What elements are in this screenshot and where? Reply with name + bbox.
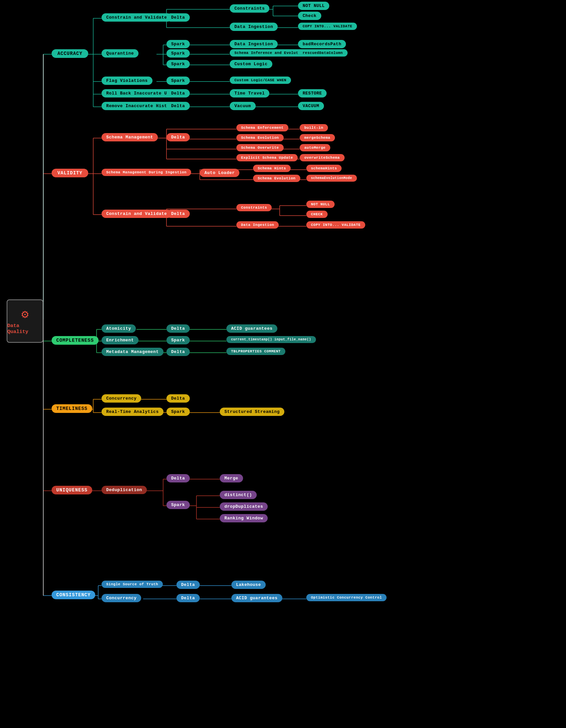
cat-uniqueness: UNIQUENESS xyxy=(52,486,92,494)
spark-uniq1: Spark xyxy=(166,501,190,509)
check-val: CHECK xyxy=(306,211,328,218)
auto-loader-val: Auto Loader xyxy=(200,169,239,177)
distinct-uniq: distinct() xyxy=(220,491,257,499)
cat-completeness: COMPLETENESS xyxy=(52,336,98,345)
atomicity-comp: Atomicity xyxy=(101,324,136,333)
schema-evo2-val: Schema Evolution xyxy=(253,175,300,182)
rescued-acc: rescuedDataColumn xyxy=(298,49,348,57)
dq-title: Data Quality xyxy=(7,323,43,335)
data-ingestion-acc2: Data Ingestion xyxy=(230,40,278,48)
concurrency-tim: Concurrency xyxy=(101,394,141,403)
delta-con2: Delta xyxy=(176,594,200,602)
acid-comp: ACID guarantees xyxy=(226,324,277,333)
spark-acc3: Spark xyxy=(166,60,190,68)
opt-concurrency-con: Optimistic Concurrency Control xyxy=(306,594,387,601)
cat-validity: VALIDITY xyxy=(52,169,88,177)
schema-enf-val: Schema Enforcement xyxy=(236,124,288,131)
timestamp-comp: current_timestamp() input_file_name() xyxy=(226,336,316,343)
constrain-validate-val: Constrain and Validate xyxy=(101,210,172,218)
copy-validate-acc: COPY INTO... VALIDATE xyxy=(298,23,357,30)
dedup-uniq: Deduplication xyxy=(101,486,147,494)
merge-schema-val: mergeSchema xyxy=(300,134,335,141)
lakehouse-con: Lakehouse xyxy=(231,581,266,589)
tblprops-comp: TBLPROPERTIES COMMENT xyxy=(226,348,285,355)
bad-records-acc: badRecordsPath xyxy=(298,40,346,48)
schema-mgmt-ing-val: Schema Management During Ingestion xyxy=(101,169,191,176)
schema-evo-mode-val: schemaEvolutionMode xyxy=(306,175,357,182)
constrain-validate-acc: Constrain and Validate xyxy=(101,13,172,22)
vacuum-val-acc: VACUUM xyxy=(298,102,324,110)
delta-tim1: Delta xyxy=(166,394,190,403)
quarantine-acc: Quarantine xyxy=(101,49,138,58)
flag-violations-acc: Flag Violations xyxy=(101,77,152,85)
not-null-val: NOT NULL xyxy=(306,201,335,208)
delta-comp1: Delta xyxy=(166,324,190,333)
delta-uniq1: Delta xyxy=(166,474,190,482)
cat-timeliness: TIMELINESS xyxy=(52,404,92,413)
merge-uniq: Merge xyxy=(220,474,243,482)
spark-acc2: Spark xyxy=(166,49,190,58)
single-source-con: Single Source of Truth xyxy=(101,581,163,588)
spark-comp1: Spark xyxy=(166,336,190,344)
spark-tim1: Spark xyxy=(166,408,190,416)
copy-validate-val: COPY INTO... VALIDATE xyxy=(306,221,365,229)
enrichment-comp: Enrichment xyxy=(101,336,138,344)
schema-mgmt-val: Schema Management xyxy=(101,133,158,141)
struct-stream-tim: Structured Streaming xyxy=(220,408,284,416)
acid-con: ACID guarantees xyxy=(231,594,282,602)
data-ingestion-acc1: Data Ingestion xyxy=(230,23,278,31)
schema-evo-val: Schema Evolution xyxy=(236,134,284,141)
vacuum-label-acc: Vacuum xyxy=(230,102,256,110)
custom-logic-acc2: Custom Logic/CASE WHEN xyxy=(230,77,291,84)
check-acc: Check xyxy=(298,12,321,20)
metadata-mgmt-comp: Metadata Management xyxy=(101,348,163,356)
restore-acc: RESTORE xyxy=(298,89,327,97)
data-quality-box: ⚙ Data Quality xyxy=(7,299,43,343)
schema-hints-v: schemaHints xyxy=(306,165,342,172)
schema-hints-val: Schema Hints xyxy=(253,165,291,172)
drop-dup-uniq: dropDuplicates xyxy=(220,502,268,511)
concurrency-con: Concurrency xyxy=(101,594,141,602)
constraints-val: Constraints xyxy=(236,204,272,211)
built-in-val: built-in xyxy=(300,124,328,131)
delta-comp2: Delta xyxy=(166,348,190,356)
delta-val2: Delta xyxy=(166,210,190,218)
delta-con1: Delta xyxy=(176,581,200,589)
cat-accuracy: ACCURACY xyxy=(52,49,88,58)
delta-acc2: Delta xyxy=(166,89,190,97)
dq-icon: ⚙ xyxy=(21,307,29,322)
custom-logic-acc1: Custom Logic xyxy=(230,60,272,68)
time-travel-acc: Time Travel xyxy=(230,89,269,97)
ranking-uniq: Ranking Window xyxy=(220,514,268,522)
spark-acc4: Spark xyxy=(166,77,190,85)
data-ing-val: Data Ingestion xyxy=(236,221,279,229)
explicit-schema-val: Explicit Schema Update xyxy=(236,154,298,161)
delta-acc1: Delta xyxy=(166,13,190,22)
spark-acc1: Spark xyxy=(166,40,190,48)
delta-val1: Delta xyxy=(166,133,190,141)
overwrite-schema-val: overwriteSchema xyxy=(300,154,345,161)
schema-ovw-val: Schema Overwrite xyxy=(236,144,284,151)
cat-consistency: CONSISTENCY xyxy=(52,591,95,599)
realtime-tim: Real-Time Analytics xyxy=(101,408,163,416)
constraints-acc: Constraints xyxy=(230,4,269,13)
auto-merge-val: autoMerge xyxy=(300,144,330,151)
delta-acc3: Delta xyxy=(166,102,190,110)
not-null-acc: NOT NULL xyxy=(298,2,329,10)
